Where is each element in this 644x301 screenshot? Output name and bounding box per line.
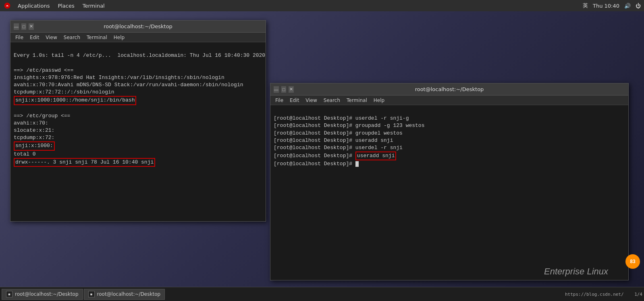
applications-menu[interactable]: Applications: [14, 2, 54, 10]
desktop: — □ ✕ root@localhost:~/Desktop File Edit…: [0, 11, 644, 287]
t2-groupdel: [root@localhost Desktop]# groupdel westo…: [274, 130, 403, 136]
terminal-2-maximize[interactable]: □: [281, 86, 287, 93]
t1-insights-line: insights:x:978:976:Red Hat Insights:/var…: [14, 75, 224, 81]
terminal-1-menubar: File Edit View Search Terminal Help: [10, 33, 266, 42]
terminal-1-content: Every 1.0s: tail -n 4 /etc/p... localhos…: [10, 42, 266, 221]
t1-group-header: ==> /etc/group <==: [14, 113, 70, 119]
t2-edit-menu[interactable]: Edit: [287, 97, 301, 104]
terminal-2-minimize[interactable]: —: [274, 86, 279, 93]
top-menu-bar: Applications Places Terminal 英 Thu 10:40…: [0, 0, 644, 11]
terminal-1-title: root@localhost:~/Desktop: [34, 23, 242, 29]
t2-userdel-r-snji: [root@localhost Desktop]# userdel -r snj…: [274, 145, 403, 151]
t1-header: Every 1.0s: tail -n 4 /etc/p... localhos…: [14, 52, 265, 58]
terminal-window-1: — □ ✕ root@localhost:~/Desktop File Edit…: [10, 20, 266, 222]
t1-search-menu[interactable]: Search: [61, 34, 83, 41]
t1-tcpdump-line: tcpdump:x:72:72::/:/sbin/nologin: [14, 89, 114, 95]
taskbar-url: https://blog.csdn.net/: [565, 292, 624, 297]
t2-prompt: [root@localhost Desktop]#: [274, 161, 359, 167]
taskbar-item-2[interactable]: ▪ root@localhost:~/Desktop: [84, 289, 165, 300]
taskbar-right: https://blog.csdn.net/ 1/4: [565, 292, 642, 297]
terminal-2-close[interactable]: ✕: [289, 86, 294, 93]
t1-passwd-header: ==> /etc/passwd <==: [14, 67, 73, 73]
t1-tcpdump-group: tcpdump:x:72:: [14, 135, 54, 141]
t1-edit-menu[interactable]: Edit: [27, 34, 42, 41]
t1-file-menu[interactable]: File: [13, 34, 26, 41]
redhat-icon: [3, 2, 11, 10]
taskbar: ▪ root@localhost:~/Desktop ▪ root@localh…: [0, 287, 644, 301]
t2-file-menu[interactable]: File: [273, 97, 286, 104]
terminal-menu[interactable]: Terminal: [79, 2, 109, 10]
t2-view-menu[interactable]: View: [303, 97, 319, 104]
terminal-1-close[interactable]: ✕: [29, 23, 34, 30]
terminal-2-titlebar: — □ ✕ root@localhost:~/Desktop: [270, 83, 628, 95]
terminal-2-menubar: File Edit View Search Terminal Help: [270, 95, 628, 105]
clock: Thu 10:40: [593, 3, 619, 9]
terminal-2-content: [root@localhost Desktop]# userdel -r snj…: [270, 105, 628, 280]
t1-help-menu[interactable]: Help: [111, 34, 127, 41]
t1-total: total 0: [14, 151, 36, 157]
taskbar-label-2: root@localhost:~/Desktop: [97, 291, 161, 297]
language-indicator: 英: [583, 2, 588, 9]
terminal-1-titlebar: — □ ✕ root@localhost:~/Desktop: [10, 21, 266, 33]
t2-useradd-snji: [root@localhost Desktop]# useradd snji: [274, 137, 393, 143]
t2-search-menu[interactable]: Search: [321, 97, 343, 104]
notification-badge: 83: [625, 254, 640, 269]
enterprise-linux-text: Enterprise Linux: [544, 266, 608, 277]
taskbar-item-1[interactable]: ▪ root@localhost:~/Desktop: [2, 289, 83, 300]
power-icon[interactable]: ⏻: [636, 3, 641, 9]
terminal-1-maximize[interactable]: □: [21, 23, 27, 30]
terminal-1-minimize[interactable]: —: [14, 23, 19, 30]
t1-avahi-line: avahi:x:70:70:Avahi mDNS/DNS-SD Stack:/v…: [14, 82, 243, 88]
t1-slocate-group: slocate:x:21:: [14, 127, 54, 133]
volume-icon[interactable]: 🔊: [624, 3, 631, 9]
t1-snji-passwd-line: snji:x:1000:1000::/home/snji:/bin/bash: [14, 96, 136, 105]
t2-terminal-menu[interactable]: Terminal: [344, 97, 370, 104]
taskbar-icon-1: ▪: [6, 291, 12, 297]
t2-groupadd: [root@localhost Desktop]# groupadd -g 12…: [274, 122, 424, 129]
t2-useradd-snji-2: [root@localhost Desktop]# useradd snji: [274, 153, 396, 159]
t2-userdel-snji-g: [root@localhost Desktop]# userdel -r snj…: [274, 115, 409, 121]
t1-snji-group: snji:x:1000:: [14, 141, 55, 150]
t1-drwx-line: drwx------. 3 snji snji 78 Jul 16 10:40 …: [14, 158, 155, 167]
t2-help-menu[interactable]: Help: [371, 97, 387, 104]
terminal-2-title: root@localhost:~/Desktop: [294, 86, 605, 92]
taskbar-page: 1/4: [634, 292, 642, 297]
top-bar-right: 英 Thu 10:40 🔊 ⏻: [583, 2, 641, 9]
places-menu[interactable]: Places: [54, 2, 78, 10]
taskbar-label-1: root@localhost:~/Desktop: [15, 291, 79, 297]
t1-avahi-group: avahi:x:70:: [14, 120, 48, 126]
t1-view-menu[interactable]: View: [43, 34, 59, 41]
t1-terminal-menu[interactable]: Terminal: [84, 34, 110, 41]
terminal-window-2: — □ ✕ root@localhost:~/Desktop File Edit…: [270, 83, 629, 280]
taskbar-icon-2: ▪: [88, 291, 95, 297]
